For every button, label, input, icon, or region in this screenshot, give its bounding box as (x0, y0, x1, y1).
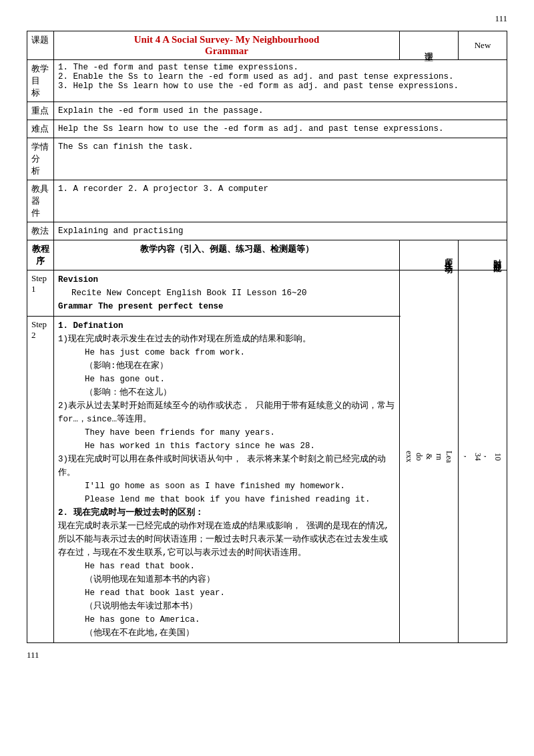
step2-1-eg1-cn: （影响:他现在在家） (58, 359, 395, 373)
step2-4-eg2: He read that book last year. (58, 586, 395, 600)
step2-1-eg2: He has gone out. (58, 373, 395, 386)
nandian-label: 难点 (27, 120, 54, 138)
page-number-top: 111 (27, 13, 507, 24)
step2-4-eg2-cn: （只说明他去年读过那本书） (58, 600, 395, 613)
kexing-value: New (459, 31, 507, 60)
step2-label: Step 2 (27, 317, 54, 643)
jiaochengxu-header: 教学内容（引入、例题、练习题、检测题等） (54, 240, 400, 270)
step2-3-eg1: I'll go home as soon as I have finished … (58, 480, 395, 493)
xueqingfenxi-text: The Ss can finish the task. (58, 142, 194, 152)
jiaoxuemubiao-3: 3. Help the Ss learn how to use the -ed … (58, 81, 503, 91)
zhongdian-label: 重点 (27, 102, 54, 120)
jiaoxuemubiao-label: 教学目 标 (27, 60, 54, 102)
step1-recite: Recite New Concept English Book II Lesso… (58, 287, 395, 300)
jiaofan-content: Explaining and practising (54, 222, 507, 240)
step2-4-desc: 现在完成时表示某一已经完成的动作对现在造成的结果或影响， 强调的是现在的情况,所… (58, 520, 395, 560)
jiaofan-text: Explaining and practising (58, 226, 184, 236)
unit-title-cell: Unit 4 A Social Survey- My Neighbourhood… (54, 31, 400, 60)
jiaoxuemubiao-content: 1. The -ed form and past tense time expr… (54, 60, 507, 102)
step2-defination: 1. Defination (58, 319, 395, 333)
keti-label: 课题 (27, 31, 54, 60)
xueqingfenxi-label: 学情分 析 (27, 138, 54, 180)
kexing-label: 课型 (400, 31, 459, 60)
jiaoxuemubiao-1: 1. The -ed form and past tense time expr… (58, 63, 503, 72)
step2-content: 1. Defination 1)现在完成时表示发生在过去的动作对现在所造成的结果… (54, 317, 400, 643)
sisheng-header: 师 生 活 动 (400, 240, 459, 270)
step2-2-eg2: He has worked in this factory since he w… (58, 439, 395, 453)
jiaofan-label: 教法 (27, 222, 54, 240)
zhongdian-text: Explain the -ed form used in the passage… (58, 106, 264, 116)
step2-3-eg2: Please lend me that book if you have fin… (58, 493, 395, 506)
step2-1-eg1: He has just come back from work. (58, 346, 395, 359)
jiaojujianjian-label: 教具器 件 (27, 180, 54, 222)
shijian-header: 时 间 分 配 (459, 240, 507, 270)
step2-4-title: 2. 现在完成时与一般过去时的区别： (58, 506, 395, 520)
xueqingfenxi-content: The Ss can finish the task. (54, 138, 507, 180)
step1-content: Revision Recite New Concept English Book… (54, 270, 400, 317)
step1-grammar: Grammar The present perfect tense (58, 300, 395, 313)
title-line2: Grammar (58, 45, 395, 57)
step2-2-desc: 2)表示从过去某时开始而延续至今的动作或状态， 只能用于带有延续意义的动词，常与… (58, 399, 395, 426)
title-line1: Unit 4 A Social Survey- My Neighbourhood (58, 34, 395, 45)
page-number-bottom: 111 (27, 650, 507, 660)
jiaoxuemubiao-2: 2. Enable the Ss to learn the -ed form u… (58, 72, 503, 81)
zhongdian-content: Explain the -ed form used in the passage… (54, 102, 507, 120)
step2-3-desc: 3)现在完成时可以用在条件或时间状语从句中， 表示将来某个时刻之前已经完成的动作… (58, 453, 395, 480)
step2-4-eg3: He has gone to America. (58, 613, 395, 626)
nandian-text: Help the Ss learn how to use the -ed for… (58, 124, 444, 134)
step2-4-eg3-cn: （他现在不在此地,在美国） (58, 626, 395, 640)
step1-revision: Revision (58, 273, 395, 287)
step2-4-eg1: He has read that book. (58, 560, 395, 573)
jiaochengxu-label: 教程 序 (27, 240, 54, 270)
side-activity: Lea rn & do exx (400, 270, 459, 643)
main-table: 课题 Unit 4 A Social Survey- My Neighbourh… (27, 31, 507, 643)
step2-1-desc: 1)现在完成时表示发生在过去的动作对现在所造成的结果和影响。 (58, 333, 395, 346)
jiaojujianjian-content: 1. A recorder 2. A projector 3. A comput… (54, 180, 507, 222)
step2-2-eg1: They have been friends for many years. (58, 426, 395, 439)
nandian-content: Help the Ss learn how to use the -ed for… (54, 120, 507, 138)
step2-4-eg1-cn: （说明他现在知道那本书的内容） (58, 573, 395, 586)
jiaojujianjian-text: 1. A recorder 2. A projector 3. A comput… (58, 184, 268, 194)
step2-1-eg2-cn: （影响：他不在这儿） (58, 386, 395, 399)
step1-label: Step 1 (27, 270, 54, 317)
time-values: 10 , 34 , (459, 270, 507, 643)
